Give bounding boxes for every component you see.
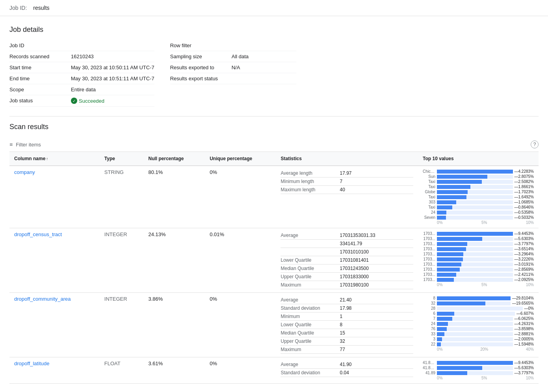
cell-statistics: Average17031353031.33334141.791703101010… <box>276 228 418 293</box>
bar-label: 24 <box>423 322 435 326</box>
details-col-left: Job ID Records scanned 16210243 Start ti… <box>9 40 154 107</box>
bar-pct: —1.6492% <box>515 195 534 199</box>
cell-top10-chart: Chica... —4.2283% Sun —2.8075% Taxi —2.5… <box>418 166 539 228</box>
bar-fill <box>437 332 444 336</box>
detail-label-end: End time <box>9 76 65 81</box>
stat-row: Average21.40 <box>281 296 413 304</box>
bar-row: 1703... —3.6514% <box>423 247 534 251</box>
bar-label: 6 <box>423 311 435 316</box>
bar-pct: —9.4453% <box>515 361 534 365</box>
filter-label[interactable]: Filter items <box>16 142 41 148</box>
bar-track <box>437 361 513 365</box>
bar-label: 1703... <box>423 277 435 282</box>
bar-pct: —1.8661% <box>515 185 534 189</box>
th-statistics[interactable]: Statistics <box>276 152 418 166</box>
axis-label: 0% <box>437 347 442 351</box>
bar-label: 1703... <box>423 262 435 266</box>
bar-row: 1703... —3.7797% <box>423 242 534 246</box>
bar-pct: —2.4211% <box>515 272 534 277</box>
check-icon <box>71 98 77 104</box>
bar-label: 41.89 <box>423 371 435 375</box>
bar-row: 8 —29.8104% <box>423 296 534 300</box>
bar-pct: —3.7797% <box>515 371 534 375</box>
bar-track <box>437 371 513 375</box>
th-column-name[interactable]: Column name ↑ <box>9 152 100 166</box>
help-icon[interactable]: ? <box>531 141 539 148</box>
results-label: results <box>33 5 49 11</box>
bar-fill <box>437 216 446 220</box>
detail-label-status: Job status <box>9 98 65 104</box>
stat-label: Standard deviation <box>281 304 340 312</box>
stat-value: 17031980100 <box>340 281 413 289</box>
th-unique-pct[interactable]: Unique percentage <box>205 152 276 166</box>
bar-fill <box>437 278 454 282</box>
detail-row-export-status: Results export status <box>170 73 296 84</box>
stat-row: Minimum1 <box>281 312 413 321</box>
stat-value: 17031833000 <box>340 273 413 281</box>
job-details-title: Job details <box>9 26 539 34</box>
bar-label: 1703... <box>423 272 435 277</box>
th-null-pct[interactable]: Null percentage <box>144 152 205 166</box>
type-value: INTEGER <box>104 296 127 302</box>
bar-fill <box>437 200 456 204</box>
bar-row: 1703... —2.4211% <box>423 272 534 277</box>
th-type[interactable]: Type <box>100 152 144 166</box>
stat-label <box>281 248 340 256</box>
bar-label: 8 <box>423 296 435 300</box>
bar-pct: —4.2631% <box>515 322 534 326</box>
bar-pct: —1.0685% <box>515 200 534 204</box>
table-row: dropoff_census_tractINTEGER24.13%0.01%Av… <box>9 228 539 293</box>
bar-row: 41.88... —9.4453% <box>423 361 534 365</box>
stat-row: Standard deviation0.04 <box>281 369 413 377</box>
bar-fill <box>437 371 467 375</box>
bar-fill <box>437 242 467 246</box>
bar-pct: —3.7797% <box>515 242 534 246</box>
bar-track <box>437 237 513 241</box>
bar-row: 7 —6.0625% <box>423 316 534 321</box>
cell-top10-chart: 41.88... —9.4453% 41.88... —5.6303% 41.8… <box>418 357 539 384</box>
bar-track <box>437 263 513 266</box>
cell-column-name[interactable]: dropoff_community_area <box>9 293 100 357</box>
detail-value-sampling: All data <box>232 54 249 59</box>
bar-pct: —0.8646% <box>515 205 534 209</box>
bar-pct: —5.6303% <box>515 366 534 370</box>
bar-pct: —3.2226% <box>515 257 534 261</box>
stat-row: Minimum length7 <box>281 178 413 186</box>
cell-column-name[interactable]: dropoff_census_tract <box>9 228 100 293</box>
bar-track <box>437 190 513 194</box>
bar-row: 1703... —3.2226% <box>423 257 534 261</box>
axis-label: 10% <box>526 376 534 380</box>
bar-pct: —2.5082% <box>515 179 534 184</box>
cell-unique-pct: 0% <box>205 166 276 228</box>
bar-track <box>437 322 513 326</box>
bar-track <box>437 232 513 236</box>
details-grid: Job ID Records scanned 16210243 Start ti… <box>9 40 539 107</box>
chart-axis: 0%5%10% <box>423 283 534 287</box>
bar-row: 1703... —2.0925% <box>423 277 534 282</box>
cell-column-name[interactable]: company <box>9 166 100 228</box>
stat-row: Upper Quartile32 <box>281 337 413 346</box>
cell-top10-chart: 8 —29.8104% 32 —19.6565% 28 —0% <box>418 293 539 357</box>
bar-fill <box>437 322 448 326</box>
th-top10[interactable]: Top 10 values <box>418 152 539 166</box>
detail-row-status: Job status Succeeded <box>9 95 154 107</box>
axis-label: 0% <box>437 283 442 287</box>
column-name-value: dropoff_census_tract <box>14 231 62 237</box>
stat-label: Maximum length <box>281 186 340 194</box>
cell-type: FLOAT <box>100 357 144 384</box>
cell-column-name[interactable]: dropoff_latitude <box>9 357 100 384</box>
chart-axis: 0%5%10% <box>423 220 534 225</box>
cell-statistics: Average length17.97Minimum length7Maximu… <box>276 166 418 228</box>
detail-row-sampling: Sampling size All data <box>170 51 296 62</box>
bar-pct: —2.0925% <box>515 277 534 282</box>
stat-label <box>281 240 340 248</box>
stat-row: Average41.90 <box>281 361 413 369</box>
bar-row: 24 —4.2631% <box>423 322 534 326</box>
detail-label-row-filter: Row filter <box>170 43 225 48</box>
bar-label: Taxi <box>423 179 435 184</box>
detail-label-job-id: Job ID <box>9 43 65 48</box>
bar-row: Globe —1.7023% <box>423 190 534 194</box>
bar-fill <box>437 296 511 300</box>
stat-value: 15 <box>340 329 413 337</box>
stat-label: Lower Quartile <box>281 321 340 329</box>
